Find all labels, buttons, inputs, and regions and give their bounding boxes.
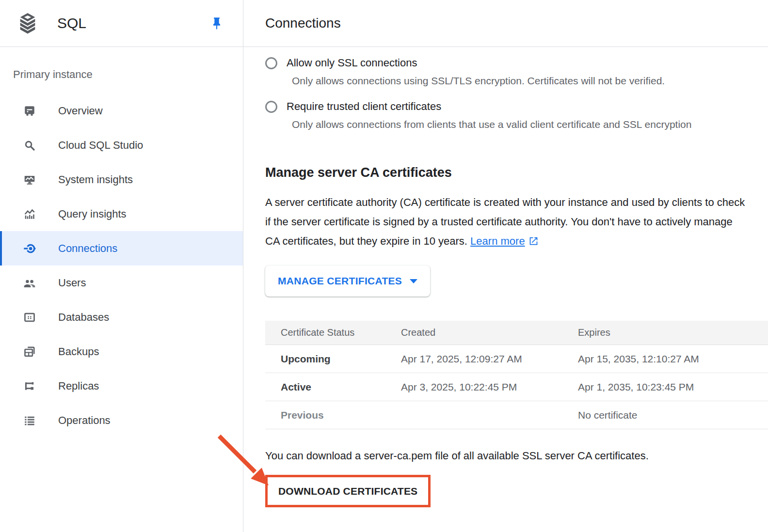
sidebar-item-label: Overview — [58, 105, 103, 117]
replicas-icon — [23, 380, 36, 392]
instance-overview-icon — [23, 105, 36, 117]
manage-certificates-button[interactable]: MANAGE CERTIFICATES — [265, 266, 430, 297]
radio-button[interactable] — [265, 101, 277, 113]
backups-icon — [23, 345, 36, 358]
cloud-sql-logo-icon — [16, 12, 39, 35]
product-title: SQL — [57, 15, 86, 31]
certificate-created: Apr 17, 2025, 12:09:27 AM — [401, 353, 578, 365]
users-icon — [23, 277, 36, 289]
radio-label: Require trusted client certificates — [287, 100, 441, 113]
radio-button[interactable] — [265, 57, 277, 69]
column-header-expires: Expires — [578, 327, 768, 338]
sidebar-item-label: Databases — [58, 311, 109, 324]
external-link-icon — [528, 236, 539, 246]
column-header-certificate-status: Certificate Status — [281, 327, 401, 338]
sidebar-item-label: Users — [58, 277, 86, 289]
certificate-status: Active — [281, 381, 401, 393]
monitor-chart-icon — [23, 173, 36, 186]
sidebar-section-label: Primary instance — [13, 68, 243, 81]
learn-more-link[interactable]: Learn more — [470, 235, 539, 247]
ssl-option-allow-only-ssl: Allow only SSL connections — [265, 56, 768, 70]
brand-header: SQL — [0, 0, 243, 47]
sidebar-item-users[interactable]: Users — [0, 266, 243, 300]
query-stats-icon — [23, 208, 36, 220]
certificate-status: Previous — [281, 409, 401, 421]
pin-icon[interactable] — [210, 16, 224, 30]
certificate-expires: Apr 1, 2035, 10:23:45 PM — [578, 381, 768, 393]
radio-description: Only allows connections from clients tha… — [292, 118, 768, 131]
certificates-table: Certificate Status Created Expires Upcom… — [265, 321, 768, 429]
sidebar-item-system-insights[interactable]: System insights — [0, 162, 243, 197]
sidebar-item-connections[interactable]: Connections — [0, 231, 243, 266]
table-row: Upcoming Apr 17, 2025, 12:09:27 AM Apr 1… — [265, 345, 768, 373]
learn-more-label: Learn more — [470, 235, 525, 247]
connections-icon — [23, 242, 36, 255]
search-icon — [23, 139, 36, 152]
radio-label: Allow only SSL connections — [287, 57, 417, 69]
operations-icon — [23, 414, 36, 427]
sidebar-item-operations[interactable]: Operations — [0, 403, 243, 438]
sidebar-item-cloud-sql-studio[interactable]: Cloud SQL Studio — [0, 128, 243, 162]
sidebar-item-label: Connections — [58, 242, 117, 255]
certificate-created: Apr 3, 2025, 10:22:45 PM — [401, 381, 578, 393]
manage-ca-heading: Manage server CA certificates — [265, 165, 768, 180]
sidebar-item-label: Replicas — [58, 380, 99, 392]
databases-icon — [23, 311, 36, 324]
sidebar-item-overview[interactable]: Overview — [0, 94, 243, 128]
sidebar-item-databases[interactable]: Databases — [0, 300, 243, 334]
manage-ca-description: A server certificate authority (CA) cert… — [265, 193, 746, 251]
sidebar-item-label: Cloud SQL Studio — [58, 139, 143, 152]
table-row: Previous No certificate — [265, 401, 768, 429]
sidebar-item-replicas[interactable]: Replicas — [0, 369, 243, 403]
radio-description: Only allows connections using SSL/TLS en… — [292, 74, 768, 88]
download-note: You can download a server-ca.pem file of… — [265, 450, 768, 462]
annotation-highlight-box: DOWNLOAD CERTIFICATES — [265, 475, 431, 507]
certificate-status: Upcoming — [281, 353, 401, 365]
column-header-created: Created — [401, 327, 578, 338]
table-header-row: Certificate Status Created Expires — [265, 321, 768, 345]
sidebar-item-label: Operations — [58, 414, 111, 427]
certificate-expires: No certificate — [578, 409, 768, 421]
table-row: Active Apr 3, 2025, 10:22:45 PM Apr 1, 2… — [265, 373, 768, 401]
manage-certificates-label: MANAGE CERTIFICATES — [278, 275, 402, 287]
page-title: Connections — [265, 16, 341, 31]
connections-content: Allow only SSL connections Only allows c… — [243, 47, 768, 532]
sidebar: Primary instance Overview Cloud SQL Stud… — [0, 47, 243, 532]
certificate-expires: Apr 15, 2035, 12:10:27 AM — [578, 353, 768, 365]
sidebar-item-label: System insights — [58, 173, 133, 186]
sidebar-item-label: Query insights — [58, 208, 127, 220]
ssl-option-require-client-certs: Require trusted client certificates — [265, 99, 768, 114]
sidebar-item-backups[interactable]: Backups — [0, 334, 243, 369]
sidebar-item-query-insights[interactable]: Query insights — [0, 197, 243, 231]
cloud-sql-console: SQL Connections Primary instance Overvie… — [0, 0, 768, 532]
download-certificates-button[interactable]: DOWNLOAD CERTIFICATES — [268, 477, 428, 505]
chevron-down-icon — [410, 279, 417, 283]
page-header: Connections — [243, 0, 768, 47]
sidebar-item-label: Backups — [58, 345, 99, 358]
